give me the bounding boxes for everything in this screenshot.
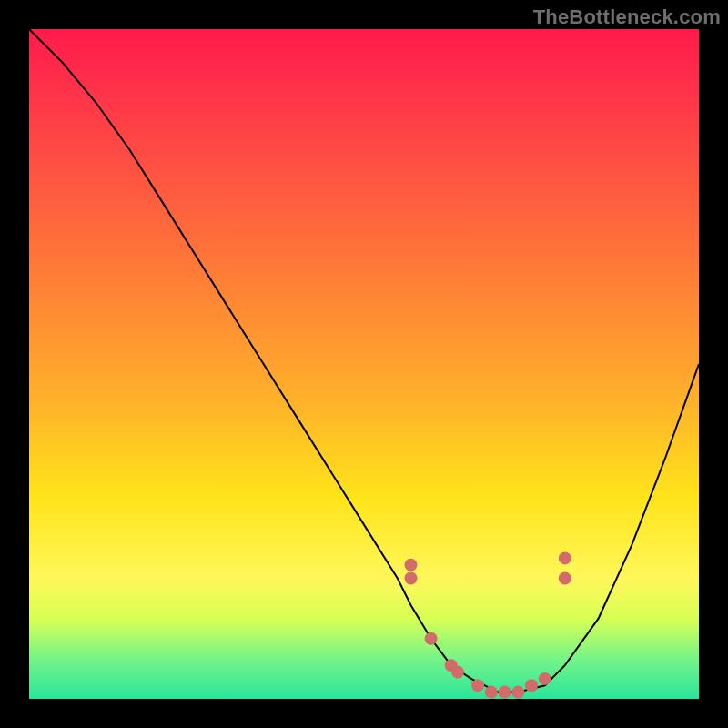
curve-svg — [29, 29, 699, 699]
marker-dot — [559, 551, 571, 564]
marker-dot — [539, 672, 551, 685]
plot-area — [29, 29, 699, 699]
marker-dot — [525, 679, 538, 692]
marker-group — [405, 551, 571, 698]
marker-dot — [511, 686, 524, 699]
watermark-text: TheBottleneck.com — [533, 5, 721, 29]
marker-dot — [405, 572, 418, 585]
bottleneck-curve-path — [29, 29, 699, 693]
marker-dot — [559, 572, 571, 585]
marker-dot — [471, 679, 484, 692]
marker-dot — [499, 686, 511, 699]
marker-dot — [405, 559, 418, 571]
chart-frame: TheBottleneck.com — [0, 0, 728, 728]
marker-dot — [485, 686, 498, 699]
marker-dot — [451, 666, 464, 679]
marker-dot — [425, 632, 438, 645]
